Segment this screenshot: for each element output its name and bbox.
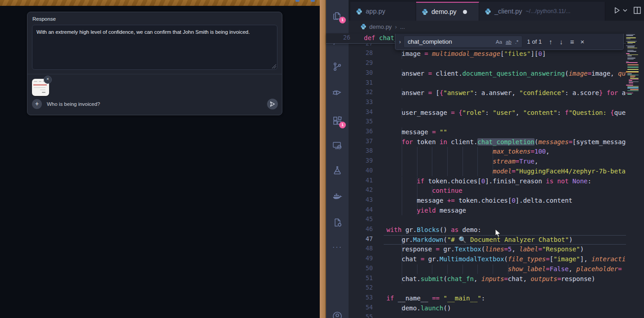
minimap-line (627, 59, 634, 60)
response-label: Response (32, 16, 56, 22)
minimap-line (627, 55, 638, 55)
tab-demo-py[interactable]: demo.py (416, 2, 479, 21)
more-actions-icon[interactable]: ··· (332, 243, 343, 254)
tab-label: _client.py (494, 8, 522, 15)
code-line-30[interactable]: 30 answer = client.document_question_ans… (349, 69, 626, 79)
chat-input[interactable]: Who is being invoiced? (47, 101, 100, 107)
minimap-line (629, 80, 632, 81)
extensions-icon[interactable]: 1 (332, 115, 343, 126)
code-line-45[interactable]: 45 (349, 215, 626, 225)
remove-attachment-button[interactable]: × (44, 76, 52, 84)
run-file-icon[interactable] (612, 6, 621, 15)
code-line-48[interactable]: 48 response = gr.Textbox(lines=5, label=… (349, 245, 626, 254)
minimap-line (627, 67, 639, 68)
minimap-line (626, 34, 635, 35)
run-debug-icon[interactable] (332, 87, 343, 98)
minimap-line (627, 71, 639, 72)
regex-icon[interactable]: .* (515, 39, 519, 45)
minimap-line (627, 50, 634, 51)
code-line-55[interactable]: 55 (349, 313, 626, 318)
minimap[interactable] (626, 32, 639, 318)
add-attachment-button[interactable]: + (32, 99, 42, 109)
testing-icon[interactable] (332, 165, 343, 176)
code-line-33[interactable]: 33 (349, 98, 626, 108)
run-dropdown-chevron-icon[interactable] (622, 9, 628, 12)
code-line-53[interactable]: 53if __name__ == "__main__": (349, 294, 626, 304)
code-line-28[interactable]: 28 image = multimodal_message["files"][0… (349, 49, 626, 59)
browser-icon-sliver (311, 0, 315, 2)
next-match-icon[interactable]: ↓ (559, 38, 563, 45)
extensions-badge: 1 (339, 122, 346, 128)
minimap-line (626, 61, 629, 62)
tab-label: app.py (366, 8, 385, 15)
remote-explorer-icon[interactable] (332, 140, 343, 151)
breadcrumb-file[interactable]: demo.py (369, 23, 392, 30)
code-line-35[interactable]: 35 (349, 118, 626, 127)
minimap-line (630, 77, 635, 78)
resize-handle[interactable] (272, 64, 276, 68)
response-text: With an extremely high level of confiden… (36, 29, 273, 36)
code-line-40[interactable]: 40 model="HuggingFaceH4/zephyr-7b-beta")… (349, 167, 626, 177)
send-button[interactable] (267, 99, 278, 109)
code-line-44[interactable]: 44 yield message (349, 206, 626, 216)
code-line-50[interactable]: 50 show_label=False, placeholder= (349, 264, 626, 274)
breadcrumb[interactable]: demo.py › ... (349, 21, 644, 32)
minimap-line (630, 76, 635, 77)
find-input[interactable]: chat_completion Aa ab .* (404, 36, 522, 48)
code-line-36[interactable]: 36 message = "" (349, 127, 626, 137)
source-control-icon[interactable] (332, 61, 343, 72)
minimap-line (627, 94, 632, 95)
paper-plane-icon (269, 101, 276, 107)
response-textbox[interactable]: With an extremely high level of confiden… (32, 25, 277, 70)
tab-app-py[interactable]: app.py (350, 2, 416, 21)
code-line-51[interactable]: 51 chat.submit(chat_fn, inputs=chat, out… (349, 274, 626, 284)
find-in-selection-icon[interactable]: ≡ (570, 38, 574, 45)
code-line-39[interactable]: 39 stream=True, (349, 157, 626, 167)
code-editor[interactable]: 2728 image = multimodal_message["files"]… (349, 32, 644, 318)
docker-icon[interactable] (332, 191, 343, 202)
breadcrumb-separator: › (395, 23, 397, 30)
code-line-38[interactable]: 38 max_tokens=100, (349, 147, 626, 157)
match-case-icon[interactable]: Aa (496, 39, 502, 45)
code-line-54[interactable]: 54 demo.launch() (349, 304, 626, 313)
code-line-29[interactable]: 29 (349, 59, 626, 69)
code-line-37[interactable]: 37 for token in client.chat_completion(m… (349, 137, 626, 147)
minimap-line (626, 53, 630, 54)
find-query[interactable]: chat_completion (404, 38, 495, 45)
code-line-52[interactable]: 52 (349, 284, 626, 294)
code-line-49[interactable]: 49 chat = gr.MultimodalTextbox(file_type… (349, 254, 626, 264)
code-line-42[interactable]: 42 continue (349, 186, 626, 196)
code-line-43[interactable]: 43 message += token.choices[0].delta.con… (349, 196, 626, 206)
editor-tab-bar: app.py demo.py _client.py ~/.../python3.… (349, 0, 644, 21)
editor-actions (610, 0, 644, 21)
minimap-line (629, 82, 633, 83)
previous-match-icon[interactable]: ↑ (549, 38, 553, 45)
close-find-icon[interactable]: × (581, 38, 585, 45)
split-editor-icon[interactable] (633, 6, 641, 14)
minimap-line (629, 79, 639, 80)
code-line-31[interactable]: 31 (349, 79, 626, 89)
code-lines: 2728 image = multimodal_message["files"]… (349, 32, 626, 318)
whole-word-icon[interactable]: ab (506, 39, 512, 45)
code-line-41[interactable]: 41 if token.choices[0].finish_reason is … (349, 177, 626, 186)
code-line-34[interactable]: 34 user_message = {"role": "user", "cont… (349, 108, 626, 118)
code-line-46[interactable]: 46with gr.Blocks() as demo: (349, 225, 626, 235)
code-line-32[interactable]: 32 answer = [{"answer": a.answer, "confi… (349, 88, 626, 98)
minimap-line (630, 89, 639, 90)
account-icon[interactable] (332, 311, 343, 318)
chat-panel: Response With an extremely high level of… (27, 12, 282, 115)
python-icon (422, 9, 428, 15)
tab-client-py[interactable]: _client.py ~/.../python3.11/... (479, 2, 605, 21)
minimap-line (627, 88, 639, 89)
code-line-47[interactable]: 47 gr.Markdown("# 🔍 Document Analyzer Ch… (349, 235, 626, 245)
unsaved-changes-dot[interactable] (463, 10, 467, 14)
explorer-icon[interactable]: 1 (332, 10, 343, 21)
browser-icon-sliver (295, 0, 299, 2)
python-icon (485, 8, 491, 15)
code-runner-icon[interactable] (332, 217, 343, 228)
breadcrumb-symbol[interactable]: ... (400, 23, 405, 30)
minimap-line (627, 75, 639, 76)
minimap-line (627, 87, 639, 88)
minimap-line (626, 62, 638, 63)
toggle-replace-chevron-icon[interactable]: › (399, 38, 401, 45)
